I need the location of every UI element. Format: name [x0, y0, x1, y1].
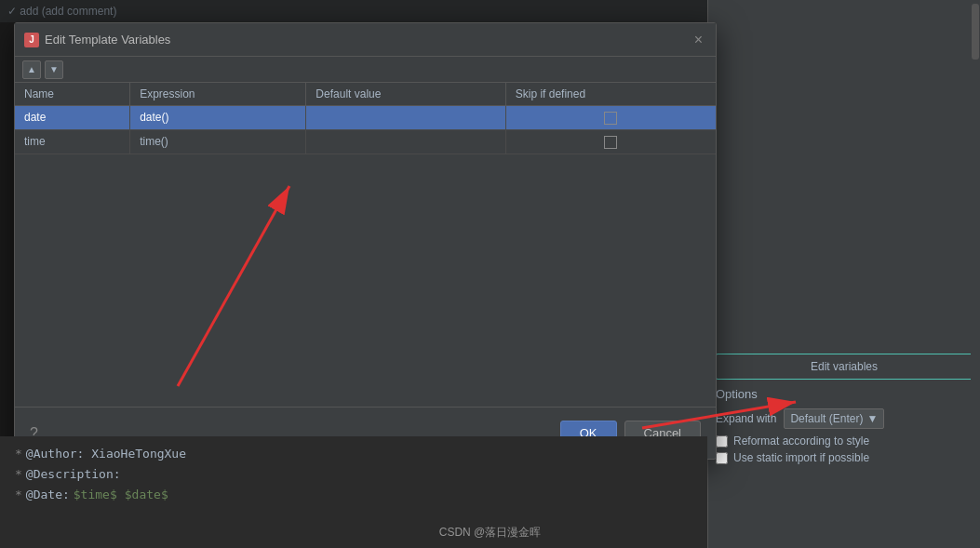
dialog-title: Edit Template Variables	[45, 33, 170, 47]
cell-skip-if-defined	[505, 106, 716, 130]
variables-table-container: Name Expression Default value Skip if de…	[15, 83, 716, 371]
col-skip-if-defined: Skip if defined	[505, 83, 716, 106]
edit-template-variables-dialog: J Edit Template Variables × ▲ ▼ Name Exp…	[14, 22, 717, 460]
col-expression: Expression	[130, 83, 306, 106]
right-panel: Edit variables Options Expand with Defau…	[707, 0, 980, 548]
table-header-row: Name Expression Default value Skip if de…	[15, 83, 716, 106]
cell-name: time	[15, 129, 130, 154]
cell-default-value	[306, 129, 505, 154]
reformat-checkbox-row: Reformat according to style	[716, 434, 973, 448]
star-3: *	[15, 485, 22, 505]
table-row[interactable]: datedate()	[15, 106, 716, 130]
editor-line-2: * @Description:	[15, 464, 692, 485]
star-1: *	[15, 444, 22, 464]
dialog-app-icon: J	[24, 33, 39, 47]
col-name: Name	[15, 83, 130, 106]
options-title: Options	[716, 387, 973, 401]
author-line: @Author: XiaoHeTongXue	[26, 444, 186, 464]
dialog-icon-letter: J	[29, 34, 34, 45]
edit-variables-button[interactable]: Edit variables	[716, 354, 973, 380]
cell-skip-if-defined	[505, 129, 716, 154]
dialog-close-button[interactable]: ×	[691, 31, 706, 49]
scrollbar-thumb	[972, 4, 979, 60]
scrollbar[interactable]	[971, 0, 980, 548]
reformat-checkbox[interactable]	[716, 435, 728, 448]
dialog-titlebar: J Edit Template Variables ×	[15, 23, 716, 57]
col-default-value: Default value	[306, 83, 505, 106]
expand-with-row: Expand with Default (Enter) ▼	[716, 408, 973, 429]
cell-expression: time()	[130, 129, 306, 154]
description-line: @Description:	[26, 464, 121, 485]
variables-table: Name Expression Default value Skip if de…	[15, 83, 716, 154]
dialog-toolbar: ▲ ▼	[15, 57, 716, 83]
dialog-titlebar-left: J Edit Template Variables	[24, 33, 170, 47]
checkbox-checked[interactable]	[604, 112, 617, 125]
star-2: *	[15, 464, 22, 485]
table-row[interactable]: timetime()	[15, 129, 716, 154]
date-prefix: @Date:	[26, 485, 70, 505]
expand-with-label: Expand with	[716, 412, 776, 425]
expand-with-value: Default (Enter)	[790, 412, 863, 425]
editor-lines: * @Author: XiaoHeTongXue * @Description:…	[0, 436, 707, 548]
static-import-checkbox-row: Use static import if possible	[716, 451, 973, 464]
cell-name: date	[15, 106, 130, 130]
time-var: $time$	[74, 485, 117, 505]
expand-with-select[interactable]: Default (Enter) ▼	[784, 408, 884, 429]
editor-line-3: * @Date:$time$ $date$	[15, 485, 692, 505]
static-import-checkbox[interactable]	[716, 452, 728, 464]
watermark: CSDN @落日漫金晖	[439, 525, 542, 541]
move-up-button[interactable]: ▲	[22, 60, 41, 79]
date-var: $date$	[125, 485, 168, 505]
dropdown-arrow-icon: ▼	[866, 412, 878, 425]
checkbox-unchecked[interactable]	[604, 136, 617, 149]
options-section: Options Expand with Default (Enter) ▼ Re…	[708, 387, 980, 464]
cell-default-value	[306, 106, 505, 130]
cell-expression: date()	[130, 106, 306, 130]
reformat-label: Reformat according to style	[733, 434, 869, 448]
move-down-button[interactable]: ▼	[45, 60, 63, 79]
static-import-label: Use static import if possible	[733, 451, 869, 464]
editor-line-1: * @Author: XiaoHeTongXue	[15, 444, 692, 464]
